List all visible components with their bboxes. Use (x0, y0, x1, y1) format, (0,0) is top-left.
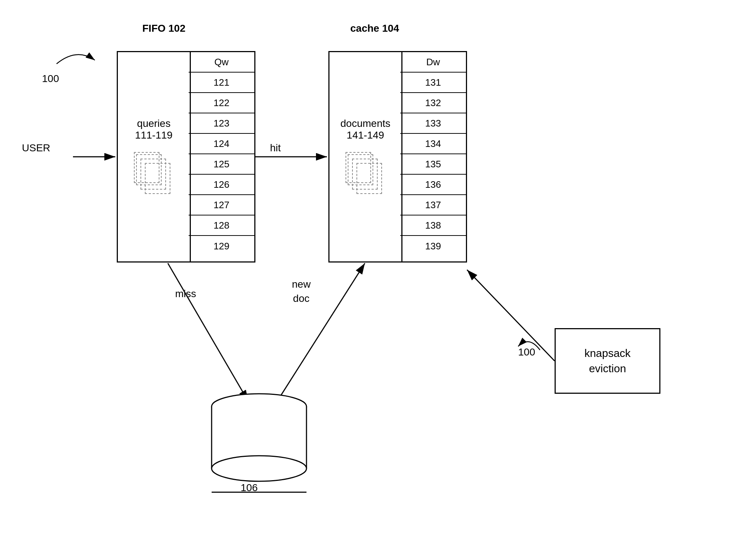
cache-label: cache 104 (350, 23, 399, 34)
queries-label: queries (135, 118, 173, 129)
cache-row-dw: Dw (400, 52, 466, 73)
fifo-row-127: 127 (189, 195, 254, 215)
knapsack-eviction-box: knapsackeviction (555, 328, 660, 394)
documents-label: documents (340, 118, 390, 129)
fifo-box: queries 111-119 Qw 121 122 123 124 125 1… (117, 51, 255, 263)
cache-row-135: 135 (400, 154, 466, 175)
svg-rect-8 (212, 407, 306, 468)
fifo-row-129: 129 (189, 236, 254, 256)
label-100-top: 100 (42, 73, 59, 85)
cache-row-134: 134 (400, 134, 466, 154)
fifo-row-125: 125 (189, 154, 254, 175)
new-doc-label: newdoc (292, 277, 310, 306)
cache-row-131: 131 (400, 73, 466, 93)
cache-row-139: 139 (400, 236, 466, 256)
queries-range: 111-119 (135, 129, 173, 141)
cache-box: documents 141-149 Dw 131 132 133 134 135… (328, 51, 467, 263)
label-100-bottom: 100 (518, 346, 535, 358)
fifo-row-126: 126 (189, 175, 254, 195)
hit-label: hit (270, 142, 281, 154)
disk-number: 106 (241, 482, 258, 493)
fifo-right-panel: Qw 121 122 123 124 125 126 127 128 129 (189, 52, 254, 261)
fifo-row-121: 121 (189, 73, 254, 93)
cache-row-137: 137 (400, 195, 466, 215)
cache-row-132: 132 (400, 93, 466, 113)
fifo-left-panel: queries 111-119 (118, 52, 191, 261)
documents-range: 141-149 (340, 129, 390, 141)
user-label: USER (22, 142, 50, 154)
svg-point-7 (212, 394, 306, 419)
fifo-row-qw: Qw (189, 52, 254, 73)
fifo-row-123: 123 (189, 113, 254, 134)
svg-line-4 (168, 263, 248, 401)
cache-row-133: 133 (400, 113, 466, 134)
fifo-row-128: 128 (189, 215, 254, 236)
fifo-label: FIFO 102 (142, 23, 185, 34)
fifo-row-124: 124 (189, 134, 254, 154)
cache-right-panel: Dw 131 132 133 134 135 136 137 138 139 (400, 52, 466, 261)
miss-label: miss (175, 288, 196, 300)
svg-point-11 (212, 456, 306, 481)
cache-row-138: 138 (400, 215, 466, 236)
cache-row-136: 136 (400, 175, 466, 195)
cache-left-panel: documents 141-149 (329, 52, 402, 261)
disk-label: disk 106 (240, 470, 258, 494)
svg-line-5 (277, 263, 365, 401)
fifo-row-122: 122 (189, 93, 254, 113)
knapsack-label: knapsackeviction (585, 346, 631, 376)
svg-line-6 (467, 270, 555, 361)
